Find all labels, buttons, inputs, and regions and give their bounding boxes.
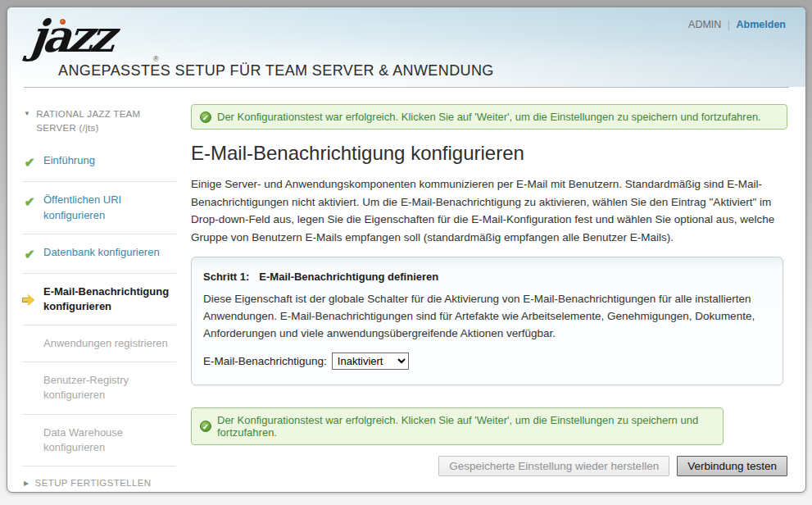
- divider: |: [728, 19, 730, 30]
- page-title: E-Mail-Benachrichtigung konfigurieren: [191, 142, 787, 165]
- jazz-logo-dot-icon: [60, 19, 66, 25]
- sidebar-item-label: Benutzer-Registry konfigurieren: [43, 373, 176, 403]
- intro-paragraph: Einige Server- und Anwendungskomponenten…: [191, 175, 787, 246]
- jazz-logo: jazz: [28, 14, 115, 58]
- success-message: Der Konfigurationstest war erfolgreich. …: [217, 414, 714, 439]
- sidebar-item-setup-finish: ▶ SETUP FERTIGSTELLEN: [22, 466, 176, 488]
- header: ADMIN | Abmelden jazz ® ANGEPASSTES SETU…: [7, 7, 805, 87]
- step1-label: Schritt 1:: [203, 271, 249, 283]
- sidebar-root-label: RATIONAL JAZZ TEAM SERVER (/jts): [36, 107, 169, 134]
- email-notification-select[interactable]: Inaktiviert: [332, 353, 409, 370]
- session-area: ADMIN | Abmelden: [688, 19, 786, 30]
- sidebar-item-user-registry: Benutzer-Registry konfigurieren: [22, 362, 176, 414]
- page-header-title: ANGEPASSTES SETUP FÜR TEAM SERVER & ANWE…: [58, 62, 494, 80]
- step-done-check-icon: ✔: [22, 193, 37, 222]
- sidebar-item-label: E-Mail-Benachrichtigung konfigurieren: [43, 284, 176, 314]
- footer-divider: [191, 492, 787, 493]
- sidebar-item-label: Data Warehouse konfigurieren: [43, 425, 176, 455]
- step-done-check-icon: ✔: [22, 153, 37, 171]
- admin-username: ADMIN: [688, 19, 721, 30]
- expand-triangle-icon: ▶: [24, 480, 29, 488]
- success-banner-top: ✓ Der Konfigurationstest war erfolgreich…: [191, 104, 787, 130]
- step1-description: Diese Eigenschaft ist der globale Schalt…: [203, 291, 769, 343]
- collapse-triangle-icon: ▼: [24, 109, 30, 134]
- test-connection-button[interactable]: Verbindung testen: [677, 456, 787, 476]
- sidebar-item-database[interactable]: ✔ Datenbank konfigurieren: [22, 234, 176, 274]
- sidebar-item-einfuehrung[interactable]: ✔ Einführung: [22, 143, 176, 182]
- step-pending-spacer: [22, 373, 37, 403]
- email-notification-label: E-Mail-Benachrichtigung:: [203, 355, 327, 367]
- step-done-check-icon: ✔: [22, 245, 37, 262]
- main-content: ✓ Der Konfigurationstest war erfolgreich…: [181, 88, 805, 493]
- success-banner-bottom: ✓ Der Konfigurationstest war erfolgreich…: [191, 407, 724, 445]
- sidebar-item-data-warehouse: Data Warehouse konfigurieren: [22, 415, 176, 466]
- sidebar-item-label: Anwendungen registrieren: [43, 336, 168, 351]
- step1-title: E-Mail-Benachrichtigung definieren: [259, 271, 438, 283]
- sidebar-item-public-uri[interactable]: ✔ Öffentlichen URI konfigurieren: [22, 182, 176, 234]
- step-pending-spacer: [22, 336, 37, 351]
- sidebar-footer-label: SETUP FERTIGSTELLEN: [35, 478, 152, 488]
- restore-saved-setting-button: Gespeicherte Einstellung wieder herstell…: [438, 456, 669, 476]
- success-message: Der Konfigurationstest war erfolgreich. …: [217, 111, 761, 123]
- step-pending-spacer: [22, 425, 37, 455]
- step1-panel: Schritt 1:E-Mail-Benachrichtigung defini…: [191, 257, 783, 385]
- sidebar-item-label: Öffentlichen URI konfigurieren: [43, 193, 176, 222]
- logout-link[interactable]: Abmelden: [737, 19, 786, 30]
- sidebar-item-register-apps: Anwendungen registrieren: [22, 325, 176, 362]
- step1-heading: Schritt 1:E-Mail-Benachrichtigung defini…: [203, 271, 769, 283]
- setup-steps-sidebar: ▼ RATIONAL JAZZ TEAM SERVER (/jts) ✔ Ein…: [7, 88, 181, 488]
- success-check-icon: ✓: [200, 421, 211, 432]
- sidebar-root-node[interactable]: ▼ RATIONAL JAZZ TEAM SERVER (/jts): [22, 104, 176, 143]
- sidebar-item-label: Datenbank konfigurieren: [43, 245, 160, 262]
- current-step-arrow-icon: [22, 287, 37, 314]
- sidebar-item-email-notification[interactable]: E-Mail-Benachrichtigung konfigurieren: [22, 274, 176, 325]
- setup-window: ADMIN | Abmelden jazz ® ANGEPASSTES SETU…: [7, 7, 806, 493]
- success-check-icon: ✓: [200, 111, 211, 123]
- sidebar-item-label: Einführung: [43, 153, 95, 171]
